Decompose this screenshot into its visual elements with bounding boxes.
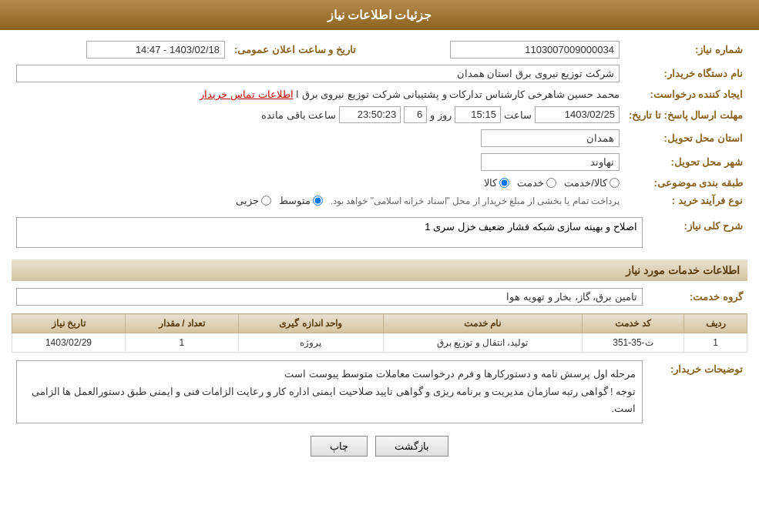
deadline-label: مهلت ارسال پاسخ: تا تاریخ:	[624, 103, 747, 126]
description-table: شرح کلی نیاز: اصلاح و بهینه سازی شبکه فش…	[12, 214, 747, 253]
buyer-notes-table: توضیحات خریدار: مرحله اول پرسش نامه و دس…	[12, 357, 747, 427]
process-radio-group: پرداخت تمام یا بخشی از مبلغ خریدار از مح…	[16, 195, 620, 206]
province-label: استان محل تحویل:	[624, 126, 747, 150]
page-header: جزئیات اطلاعات نیاز	[0, 0, 759, 30]
services-section-title: اطلاعات خدمات مورد نیاز	[12, 259, 747, 281]
category-label: طبقه بندی موضوعی:	[624, 174, 747, 192]
deadline-time-label: ساعت	[504, 109, 532, 121]
process-label-jozii: جزیی	[236, 195, 259, 206]
service-group-table: گروه خدمت: تامین برق، گاز، بخار و تهویه …	[12, 285, 747, 309]
category-label-kala-khedmat: کالا/خدمت	[564, 177, 607, 189]
table-row: 1 ت-35-351 تولید، انتقال و توزیع برق پرو…	[12, 333, 747, 353]
description-textarea[interactable]: اصلاح و بهینه سازی شبکه فشار ضعیف خزل سر…	[16, 217, 643, 248]
province-value: همدان	[481, 129, 620, 147]
category-option-kala: کالا	[484, 177, 509, 189]
info-table: شماره نیاز: 1103007009000034 تاریخ و ساع…	[12, 38, 747, 209]
city-value: نهاوند	[481, 153, 620, 171]
col-header-name: نام خدمت	[383, 314, 582, 333]
cell-unit-0: پروژه	[238, 333, 383, 353]
deadline-row: 1403/02/25 ساعت 15:15 روز و 6 23:50:23 س…	[16, 106, 620, 123]
col-header-row: ردیف	[684, 314, 747, 333]
category-radio-kala[interactable]	[499, 178, 509, 188]
category-option-kala-khedmat: کالا/خدمت	[564, 177, 620, 189]
cell-row-0: 1	[684, 333, 747, 353]
city-label: شهر محل تحویل:	[624, 150, 747, 174]
category-option-khedmat: خدمت	[517, 177, 556, 189]
deadline-day-label: روز و	[430, 109, 452, 121]
deadline-day: 6	[404, 106, 427, 123]
deadline-remaining: 23:50:23	[339, 106, 401, 123]
cell-name-0: تولید، انتقال و توزیع برق	[383, 333, 582, 353]
buyer-notes-value: مرحله اول پرسش نامه و دستورکارها و فرم د…	[16, 360, 643, 423]
col-header-unit: واحد اندازه گیری	[238, 314, 383, 333]
description-section-label: شرح کلی نیاز:	[647, 214, 747, 253]
creator-label: ایجاد کننده درخواست:	[624, 85, 747, 103]
col-header-code: کد خدمت	[582, 314, 683, 333]
buyer-label: نام دستگاه خریدار:	[624, 62, 747, 85]
col-header-date: تاریخ نیاز	[12, 314, 126, 333]
creator-value: محمد حسین شاهرخی کارشناس تدارکات و پشتیب…	[296, 89, 620, 100]
cell-quantity-0: 1	[125, 333, 238, 353]
col-header-quantity: تعداد / مقدار	[125, 314, 238, 333]
category-label-kala: کالا	[484, 177, 497, 189]
service-group-value: تامین برق، گاز، بخار و تهویه هوا	[16, 288, 643, 306]
request-number-value: 1103007009000034	[450, 41, 620, 59]
cell-code-0: ت-35-351	[582, 333, 683, 353]
services-data-table: ردیف کد خدمت نام خدمت واحد اندازه گیری ت…	[12, 313, 747, 353]
deadline-remaining-label: ساعت باقی مانده	[261, 109, 336, 121]
category-radio-kala-khedmat[interactable]	[610, 178, 620, 188]
process-label: نوع فرآیند خرید :	[624, 192, 747, 209]
buyer-value: شرکت توزیع نیروی برق استان همدان	[16, 65, 620, 82]
process-note: پرداخت تمام یا بخشی از مبلغ خریدار از مح…	[331, 196, 620, 206]
process-radio-jozii[interactable]	[261, 196, 271, 206]
back-button[interactable]: بازگشت	[375, 436, 448, 457]
process-label-motavaset: متوسط	[279, 195, 311, 206]
cell-date-0: 1403/02/29	[12, 333, 126, 353]
button-row: بازگشت چاپ	[12, 436, 747, 457]
page-title: جزئیات اطلاعات نیاز	[327, 8, 432, 22]
category-radio-khedmat[interactable]	[546, 178, 556, 188]
process-radio-motavaset[interactable]	[313, 196, 323, 206]
deadline-date: 1403/02/25	[535, 106, 620, 123]
request-number-label: شماره نیاز:	[624, 38, 747, 62]
category-label-khedmat: خدمت	[517, 177, 544, 189]
print-button[interactable]: چاپ	[311, 436, 368, 457]
buyer-notes-label: توضیحات خریدار:	[647, 357, 747, 427]
process-option-jozii: جزیی	[236, 195, 271, 206]
service-group-label: گروه خدمت:	[647, 285, 747, 309]
announce-value: 1403/02/18 - 14:47	[86, 41, 225, 59]
category-radio-group: کالا/خدمت خدمت کالا	[16, 177, 620, 189]
deadline-time: 15:15	[455, 106, 501, 123]
announce-label: تاریخ و ساعت اعلان عمومی:	[230, 38, 361, 62]
creator-link[interactable]: اطلاعات تماس خریدار	[200, 89, 293, 100]
process-option-motavaset: متوسط	[279, 195, 323, 206]
